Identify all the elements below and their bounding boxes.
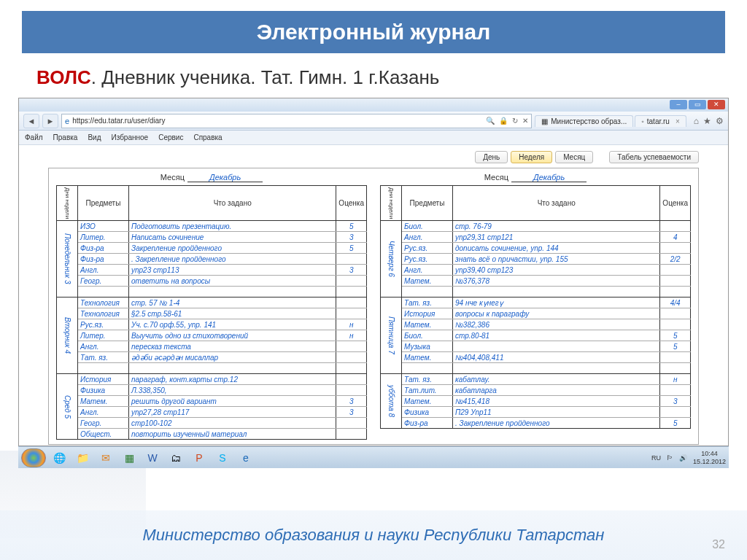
task-cell: упр29,31 стр121 [453, 232, 660, 243]
report-button[interactable]: Табель успеваемости [609, 151, 699, 163]
back-button[interactable]: ◄ [23, 114, 39, 128]
favorites-icon[interactable]: ★ [703, 116, 711, 126]
diary-row: Геогр.ответить на вопросы [57, 276, 367, 287]
diary-row [57, 287, 367, 298]
subject-cell: Физика [402, 407, 453, 418]
grade-cell [660, 319, 691, 330]
grade-cell [660, 287, 691, 298]
task-cell: . Закрепление пройденного [453, 418, 660, 429]
task-cell: стр. 76-79 [453, 221, 660, 232]
task-cell: пересказ текста [129, 341, 336, 352]
subject-cell: Тат. яз. [402, 374, 453, 385]
grade-cell: 3 [336, 232, 367, 243]
powerpoint-icon[interactable]: P [189, 449, 209, 467]
tray-flag-icon[interactable]: 🏳 [667, 454, 673, 462]
diary-row: Музыка5 [381, 341, 691, 352]
diary-row: Геогр.стр100-102 [57, 418, 367, 429]
start-button[interactable] [21, 448, 46, 467]
grade-cell: 2/2 [660, 254, 691, 265]
diary-spread: МесяцДекабрь Дни неделиПредметыЧто задан… [48, 168, 699, 445]
task-cell: 94 нче күнегү [453, 298, 660, 308]
diary-row: Матем.№382,386 [381, 319, 691, 330]
grade-cell [336, 418, 367, 429]
grade-cell [336, 308, 367, 319]
day-label: уббота 8 [381, 374, 402, 429]
minimize-button[interactable]: – [670, 100, 687, 109]
subject-cell: Физ-ра [78, 243, 129, 254]
task-cell: решить другой вариант [129, 396, 336, 407]
menu-edit[interactable]: Правка [53, 133, 78, 141]
menu-file[interactable]: Файл [25, 133, 43, 141]
ie-taskbar-icon[interactable]: e [236, 449, 256, 467]
browser-tab-1[interactable]: ▦Министерство образ... [535, 115, 633, 127]
settings-icon[interactable]: ⚙ [716, 116, 724, 126]
subject-cell: Технология [78, 308, 129, 319]
tab-favicon: ◦ [641, 117, 644, 125]
task-cell: вопросы к параграфу [453, 308, 660, 319]
grade-cell: 4 [660, 232, 691, 243]
day-label: Сред 5 [57, 374, 78, 440]
subject-cell: История [78, 374, 129, 385]
maximize-button[interactable]: ▭ [689, 100, 706, 109]
day-button[interactable]: День [475, 151, 508, 163]
word-icon[interactable]: W [142, 449, 163, 467]
task-cell: Выучить одно из стихотворений [129, 330, 336, 341]
tray-speaker-icon[interactable]: 🔊 [679, 454, 687, 462]
subject-cell: Геогр. [78, 276, 129, 287]
refresh-icon[interactable]: ↻ [512, 117, 518, 125]
grade-cell [660, 407, 691, 418]
tab-close-icon[interactable]: × [676, 117, 680, 125]
subject-cell [402, 287, 453, 298]
grade-cell: 5 [336, 243, 367, 254]
task-cell: знать всё о причастии, упр. 155 [453, 254, 660, 265]
home-icon[interactable]: ⌂ [694, 116, 699, 126]
grade-cell: н [336, 330, 367, 341]
explorer-icon[interactable]: 📁 [72, 449, 93, 467]
menu-help[interactable]: Справка [193, 133, 222, 141]
diary-row: Сред 5Историяпараграф, конт.карты стр.12 [57, 374, 367, 385]
slide-subtitle: ВОЛС. Дневник ученика. Тат. Гимн. 1 г.Ка… [36, 66, 747, 89]
browser-tab-2[interactable]: ◦tatar.ru× [635, 115, 686, 127]
subject-cell: Тат. яз. [78, 352, 129, 363]
tray-lang[interactable]: RU [651, 454, 661, 462]
task-cell: стр100-102 [129, 418, 336, 429]
subject-cell: Матем. [78, 396, 129, 407]
stop-icon[interactable]: ✕ [522, 117, 528, 125]
task-cell: №382,386 [453, 319, 660, 330]
subject-cell: Англ. [78, 265, 129, 276]
week-button[interactable]: Неделя [511, 151, 552, 163]
outlook-icon[interactable]: ✉ [96, 449, 116, 467]
chrome-icon[interactable]: 🌐 [49, 449, 69, 467]
grade-cell: 3 [336, 265, 367, 276]
excel-icon[interactable]: ▦ [119, 449, 139, 467]
forward-button[interactable]: ► [42, 114, 58, 128]
menu-service[interactable]: Сервис [158, 133, 183, 141]
task-cell: дописать сочинение, упр. 144 [453, 243, 660, 254]
menu-favorites[interactable]: Избранное [111, 133, 148, 141]
grade-cell: 3 [660, 396, 691, 407]
diary-row: Физ-ра. Закрепление пройденного5 [381, 418, 691, 429]
address-bar[interactable]: e https://edu.tatar.ru/user/diary 🔍 🔒 ↻ … [61, 114, 532, 128]
browser-toolbar: ◄ ► e https://edu.tatar.ru/user/diary 🔍 … [19, 112, 728, 131]
grade-cell: н [660, 374, 691, 385]
close-button[interactable]: ✕ [708, 100, 725, 109]
diary-row: Литер.Выучить одно из стихотворенийн [57, 330, 367, 341]
menu-view[interactable]: Вид [88, 133, 101, 141]
task-cell: упр39,40 стр123 [453, 265, 660, 276]
diary-row: Англ.упр27,28 стр1173 [57, 407, 367, 418]
skype-icon[interactable]: S [212, 449, 233, 467]
tray-clock[interactable]: 10:4415.12.2012 [693, 450, 726, 466]
diary-row: Общест.повторить изученный материал [57, 429, 367, 440]
subject-cell: Биол. [402, 330, 453, 341]
search-icon[interactable]: 🔍 [486, 117, 495, 125]
diary-row: Понедельник 3ИЗОПодготовить презентацию.… [57, 221, 367, 232]
tab-favicon: ▦ [541, 117, 548, 125]
diary-row: Англ.упр29,31 стр1214 [381, 232, 691, 243]
diary-row: Англ.пересказ текста [57, 341, 367, 352]
month-label: Месяц [484, 173, 508, 182]
task-cell: параграф, конт.карты стр.12 [129, 374, 336, 385]
task-cell: №376,378 [453, 276, 660, 287]
month-button[interactable]: Месяц [555, 151, 593, 163]
window-titlebar: – ▭ ✕ [19, 98, 728, 112]
folder2-icon[interactable]: 🗂 [166, 449, 186, 467]
